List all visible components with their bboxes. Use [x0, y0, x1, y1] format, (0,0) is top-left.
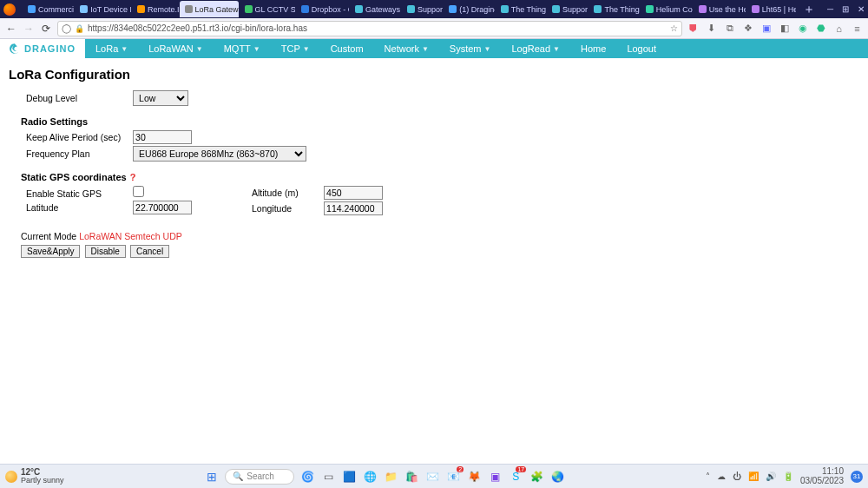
maximize-icon[interactable]: ⊞ [842, 4, 849, 14]
browser-tab[interactable]: Support [547, 1, 588, 17]
browser-tab[interactable]: Commercia [23, 1, 74, 17]
browser-tab[interactable]: IoT Device M [75, 1, 131, 17]
menu-item-logread[interactable]: LogRead▼ [501, 39, 570, 58]
brand-text: DRAGINO [24, 43, 76, 54]
weather-widget[interactable]: 12°C Partly sunny [5, 468, 64, 485]
browser-tab[interactable]: (1) Dragino [444, 1, 494, 17]
browser-tab[interactable]: GL CCTV Sh [240, 1, 295, 17]
enable-gps-label: Enable Static GPS [26, 188, 130, 199]
tab-label: Gateways - [365, 5, 401, 14]
menu-item-home[interactable]: Home [570, 39, 616, 58]
onedrive-icon[interactable]: ☁ [717, 472, 726, 481]
menu-label: System [450, 43, 482, 54]
back-icon[interactable]: ← [5, 23, 17, 35]
help-icon[interactable]: ? [130, 172, 136, 182]
url-bar[interactable]: ◯ 🔒 https://834e08c5022c2ee0.p51.rt3.io/… [57, 21, 682, 36]
forward-icon[interactable]: → [23, 23, 35, 35]
notifications-badge[interactable]: 31 [851, 471, 863, 483]
app-icon[interactable]: 🟦 [341, 469, 357, 485]
browser-tab[interactable]: Use the Hel [694, 1, 746, 17]
chevron-down-icon: ▼ [303, 45, 310, 53]
firefox-taskbar-icon[interactable]: 🦊 [466, 469, 482, 485]
ext-icon[interactable]: ▣ [760, 23, 772, 34]
keepalive-input[interactable] [133, 130, 192, 144]
download-icon[interactable]: ⬇ [706, 23, 717, 34]
browser-tab[interactable]: Remote.It [132, 1, 179, 17]
favicon-icon [552, 5, 560, 13]
chevron-down-icon: ▼ [422, 45, 429, 53]
brand-logo[interactable]: DRAGINO [0, 39, 85, 58]
battery-icon[interactable]: 🔋 [783, 472, 793, 481]
ext-icon[interactable]: ❖ [742, 23, 753, 34]
tab-label: Commercia [38, 5, 74, 14]
save-apply-button[interactable]: Save&Apply [21, 245, 80, 258]
enable-gps-checkbox[interactable] [133, 186, 144, 197]
favicon-icon [501, 5, 509, 13]
minimize-icon[interactable]: ─ [827, 4, 833, 14]
tab-label: Use the Hel [709, 5, 746, 14]
store-icon[interactable]: 🛍️ [404, 469, 419, 485]
skype-icon[interactable]: S [508, 469, 523, 485]
ext-icon[interactable]: ⛊ [687, 23, 699, 34]
hamburger-icon[interactable]: ≡ [852, 23, 863, 34]
disable-button[interactable]: Disable [85, 245, 126, 258]
bookmark-star-icon[interactable]: ☆ [670, 23, 678, 33]
menu-item-lorawan[interactable]: LoRaWAN▼ [138, 39, 213, 58]
volume-icon[interactable]: 🔊 [766, 472, 776, 481]
cancel-button[interactable]: Cancel [130, 245, 169, 258]
ext-icon[interactable]: ◧ [779, 23, 790, 34]
new-tab-button[interactable]: ＋ [798, 2, 820, 17]
menu-item-mqtt[interactable]: MQTT▼ [214, 39, 271, 58]
menu-item-lora[interactable]: LoRa▼ [85, 39, 138, 58]
altitude-input[interactable] [324, 186, 383, 200]
browser-tab[interactable]: LoRa Gateway✕ [180, 1, 239, 17]
tab-label: IoT Device M [90, 5, 131, 14]
close-icon[interactable]: ✕ [858, 4, 865, 14]
favicon-icon [699, 5, 707, 13]
favicon-icon [137, 5, 145, 13]
wifi-icon[interactable]: 📶 [748, 472, 759, 481]
page-body: LoRa Configuration Debug Level Low Radio… [0, 58, 868, 265]
taskview-icon[interactable]: ▭ [320, 469, 336, 485]
app-icon[interactable]: ▣ [487, 469, 503, 485]
ext-icon[interactable]: ⧉ [724, 23, 735, 34]
menu-label: TCP [281, 43, 300, 54]
tab-label: Remote.It [148, 5, 179, 14]
globe-icon[interactable]: 🌏 [549, 469, 565, 485]
tray-icon[interactable]: ⏻ [733, 472, 741, 481]
menu-item-tcp[interactable]: TCP▼ [271, 39, 320, 58]
menu-label: LogRead [511, 43, 550, 54]
outlook-icon[interactable]: 📧 [445, 469, 461, 485]
edge-icon[interactable]: 🌐 [362, 469, 378, 485]
menu-item-custom[interactable]: Custom [320, 39, 374, 58]
app-icon[interactable]: 🧩 [529, 469, 544, 485]
start-icon[interactable]: ⊞ [204, 469, 220, 485]
menu-label: LoRa [95, 43, 118, 54]
clock[interactable]: 11:10 03/05/2023 [800, 467, 844, 485]
copilot-icon[interactable]: 🌀 [299, 469, 315, 485]
browser-tab[interactable]: Helium Con [641, 1, 693, 17]
page-title: LoRa Configuration [9, 67, 859, 82]
browser-tab[interactable]: Gateways - [350, 1, 401, 17]
taskbar-search[interactable]: 🔍 Search [225, 469, 294, 485]
reload-icon[interactable]: ⟳ [40, 23, 52, 35]
pocket-icon[interactable]: ⌂ [833, 23, 845, 34]
browser-tab[interactable]: Support [402, 1, 443, 17]
mail-icon[interactable]: ✉️ [424, 469, 440, 485]
longitude-input[interactable] [324, 201, 383, 215]
menu-item-system[interactable]: System▼ [439, 39, 502, 58]
explorer-icon[interactable]: 📁 [383, 469, 398, 485]
browser-tab[interactable]: The Things [589, 1, 639, 17]
menu-item-logout[interactable]: Logout [616, 39, 667, 58]
ext-icon[interactable]: ⬣ [815, 23, 826, 34]
freqplan-select[interactable]: EU868 Europe 868Mhz (863~870) [133, 146, 306, 162]
favicon-icon [646, 5, 654, 13]
browser-tab[interactable]: Dropbox - C [296, 1, 349, 17]
ext-icon[interactable]: ◉ [797, 23, 808, 34]
browser-tab[interactable]: Lht65 | Hel [746, 1, 796, 17]
chevron-up-icon[interactable]: ˄ [706, 472, 710, 481]
debug-level-select[interactable]: Low [133, 90, 188, 106]
browser-tab[interactable]: The Things [496, 1, 546, 17]
latitude-input[interactable] [133, 201, 192, 214]
menu-item-network[interactable]: Network▼ [374, 39, 439, 58]
